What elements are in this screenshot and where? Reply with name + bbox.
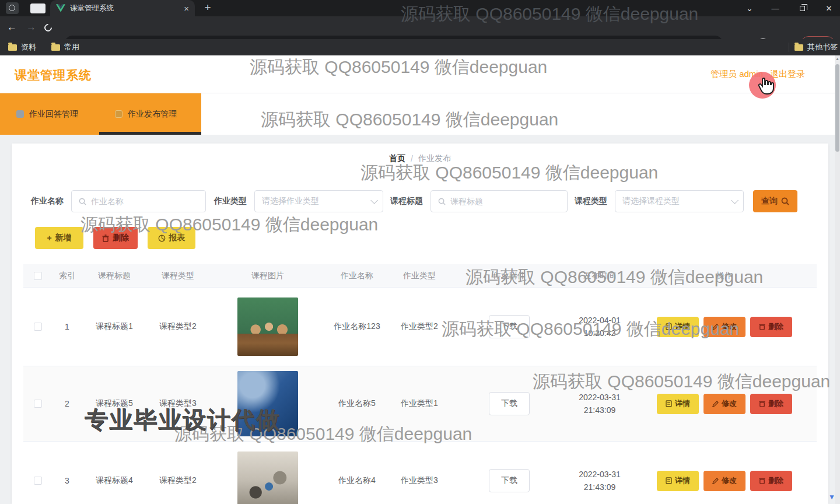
col-index: 索引	[52, 271, 82, 281]
tab-label: 作业回答管理	[29, 109, 78, 120]
reload-icon[interactable]	[43, 22, 53, 33]
tab-homework-answer[interactable]: 作业回答管理	[16, 93, 78, 135]
table-row: 3 课程标题4 课程类型2 作业名称4 作业类型3 下载 2022-03-312…	[23, 442, 817, 504]
cell-hw-name: 作业名称123	[327, 321, 387, 332]
bookmark-folder-zilao[interactable]: 资料	[8, 42, 36, 52]
col-course-image: 课程图片	[209, 271, 327, 281]
tab-label: 作业发布管理	[128, 109, 177, 120]
scroll-down-icon[interactable]: ▼	[828, 493, 835, 501]
cell-course-title: 课程标题4	[82, 475, 147, 486]
globe-icon[interactable]	[6, 2, 19, 14]
chevron-down-icon	[731, 197, 738, 204]
row-checkbox[interactable]	[34, 323, 42, 331]
other-bookmarks[interactable]: 其他书签	[794, 42, 838, 52]
row-delete-label: 删除	[768, 398, 783, 409]
course-type-placeholder: 请选择课程类型	[622, 196, 731, 206]
report-label: 报表	[169, 233, 186, 243]
pencil-icon	[712, 401, 719, 407]
query-button[interactable]: 查询	[753, 190, 797, 212]
edit-label: 修改	[722, 475, 737, 486]
hw-name-input-wrap	[71, 190, 206, 212]
add-label: 新增	[55, 233, 72, 243]
restore-button[interactable]	[789, 0, 816, 16]
minimize-button[interactable]: —	[762, 0, 789, 16]
delete-button[interactable]: 删除	[93, 227, 138, 249]
row-delete-button[interactable]: 删除	[750, 394, 792, 414]
app-logo: 课堂管理系统	[15, 67, 92, 83]
hw-name-input[interactable]	[91, 197, 198, 206]
cell-course-type: 课程类型2	[147, 321, 209, 332]
document-icon	[666, 477, 672, 484]
document-icon	[666, 323, 672, 330]
course-type-label: 课程类型	[575, 196, 607, 206]
edit-button[interactable]: 修改	[704, 394, 746, 414]
course-image[interactable]	[237, 371, 298, 436]
cell-date: 2022-04-01	[579, 314, 621, 327]
logout-link[interactable]: 退出登录	[770, 69, 805, 80]
window-thumbnail-icon[interactable]	[30, 4, 46, 13]
delete-label: 删除	[113, 233, 129, 243]
search-icon	[781, 197, 789, 205]
col-course-title: 课程标题	[82, 271, 147, 281]
edit-button[interactable]: 修改	[704, 317, 746, 337]
back-button[interactable]: ←	[7, 22, 17, 33]
download-button[interactable]: 下载	[489, 315, 530, 338]
scrollbar-thumb[interactable]	[835, 64, 839, 152]
col-operations: 操作	[632, 271, 817, 281]
course-image[interactable]	[237, 452, 298, 504]
course-image[interactable]	[237, 298, 298, 356]
cell-course-type: 课程类型2	[147, 475, 209, 486]
app-header: 课堂管理系统 管理员 admin 退出登录	[0, 55, 840, 93]
browser-tabstrip: 课堂管理系统 × + ⌄ — ✕	[0, 0, 840, 16]
close-window-button[interactable]: ✕	[816, 0, 840, 16]
select-all-checkbox[interactable]	[34, 272, 42, 280]
course-title-input-wrap	[430, 190, 568, 212]
cell-index: 1	[52, 322, 82, 331]
row-checkbox[interactable]	[34, 477, 42, 485]
add-button[interactable]: + 新增	[35, 227, 83, 249]
search-icon	[438, 198, 446, 205]
col-publish-time: 发布时间	[567, 271, 632, 281]
tab-homework-publish[interactable]: 作业发布管理	[115, 93, 177, 135]
browser-tab[interactable]: 课堂管理系统 ×	[50, 0, 195, 16]
tab-close-icon[interactable]: ×	[184, 4, 189, 13]
screen: 课堂管理系统 × + ⌄ — ✕ ← → i localhost :8081/#…	[0, 0, 840, 504]
report-button[interactable]: 报表	[148, 227, 195, 249]
row-delete-button[interactable]: 删除	[750, 471, 792, 491]
forward-button[interactable]: →	[26, 22, 36, 33]
detail-button[interactable]: 详情	[657, 471, 699, 491]
download-button[interactable]: 下载	[489, 469, 530, 492]
row-checkbox[interactable]	[34, 400, 42, 408]
browser-toolbar: ← → i localhost :8081/#/zuoyejilu ☆ 无痕模式…	[0, 16, 840, 39]
edit-button[interactable]: 修改	[704, 471, 746, 491]
cell-index: 3	[52, 476, 82, 485]
course-type-select[interactable]: 请选择课程类型	[615, 190, 744, 212]
course-title-input[interactable]	[450, 197, 560, 206]
detail-button[interactable]: 详情	[657, 394, 699, 414]
new-tab-button[interactable]: +	[201, 1, 215, 14]
cell-course-type: 课程类型3	[147, 398, 209, 409]
cell-hw-name: 作业名称5	[327, 398, 387, 409]
download-button[interactable]: 下载	[489, 392, 530, 415]
pie-chart-icon	[158, 235, 166, 242]
cell-time: 10:20:42	[584, 327, 616, 340]
table-row: 2 课程标题5 课程类型3 作业名称5 作业类型1 下载 2022-03-312…	[23, 366, 817, 442]
cell-date: 2022-03-31	[579, 391, 621, 404]
detail-button[interactable]: 详情	[657, 317, 699, 337]
pencil-icon	[712, 324, 719, 330]
page-scrollbar[interactable]: ▲	[835, 55, 840, 504]
nav-tabbar: 作业回答管理 作业发布管理	[0, 93, 840, 135]
bookmark-folder-changyong[interactable]: 常用	[51, 42, 79, 52]
hw-type-label: 作业类型	[214, 196, 247, 206]
folder-icon	[51, 44, 60, 51]
row-delete-button[interactable]: 删除	[750, 317, 792, 337]
breadcrumb-home[interactable]: 首页	[389, 153, 405, 164]
tab-search-chevron-icon[interactable]: ⌄	[736, 0, 763, 16]
trash-icon	[759, 323, 765, 330]
scrollbar-up-icon[interactable]: ▲	[835, 57, 840, 61]
hw-type-select[interactable]: 请选择作业类型	[254, 190, 383, 212]
col-hw-attachment: 作业附件	[452, 271, 567, 281]
search-icon	[79, 198, 86, 205]
trash-icon	[102, 235, 109, 242]
course-title-label: 课程标题	[390, 196, 423, 206]
